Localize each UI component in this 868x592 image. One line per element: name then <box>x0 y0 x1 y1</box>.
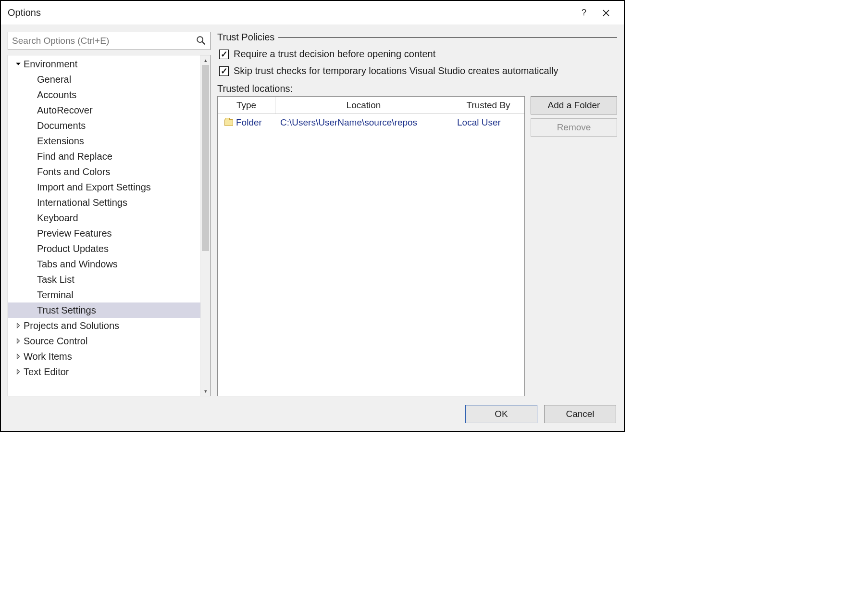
tree-node-label: Fonts and Colors <box>37 166 110 177</box>
tree-node-keyboard[interactable]: Keyboard <box>8 210 200 226</box>
search-box <box>8 32 211 50</box>
column-header-trusted-by[interactable]: Trusted By <box>452 97 524 113</box>
settings-panel: Trust Policies Require a trust decision … <box>217 32 617 396</box>
titlebar: Options ? <box>1 1 624 25</box>
dialog-footer: OK Cancel <box>1 396 624 431</box>
checkbox-require-trust[interactable] <box>219 50 229 59</box>
help-button[interactable]: ? <box>573 5 595 21</box>
tree-node-extensions[interactable]: Extensions <box>8 133 200 149</box>
tree-scroll-area[interactable]: Environment General Accounts AutoRecover… <box>8 55 200 396</box>
tree-node-label: Import and Export Settings <box>37 182 151 193</box>
cancel-button[interactable]: Cancel <box>544 405 616 423</box>
tree-node-general[interactable]: General <box>8 72 200 87</box>
tree-node-find-and-replace[interactable]: Find and Replace <box>8 149 200 164</box>
tree-node-import-and-export-settings[interactable]: Import and Export Settings <box>8 179 200 195</box>
checkbox-skip-temp[interactable] <box>219 66 229 76</box>
scroll-down-icon[interactable]: ▾ <box>204 386 207 396</box>
expand-collapse-icon[interactable] <box>13 338 24 344</box>
tree-node-label: Environment <box>24 59 77 70</box>
tree-node-label: AutoRecover <box>37 105 93 116</box>
tree-node-international-settings[interactable]: International Settings <box>8 195 200 210</box>
svg-line-1 <box>202 42 205 45</box>
tree-node-label: Projects and Solutions <box>24 320 119 331</box>
tree-node-accounts[interactable]: Accounts <box>8 87 200 102</box>
cell-trusted-by: Local User <box>452 117 524 128</box>
checkbox-row-require-trust[interactable]: Require a trust decision before opening … <box>217 46 617 63</box>
trusted-locations-grid[interactable]: Type Location Trusted By Folder C:\Users… <box>217 96 525 396</box>
tree-node-source-control[interactable]: Source Control <box>8 333 200 349</box>
tree-node-tabs-and-windows[interactable]: Tabs and Windows <box>8 256 200 272</box>
ok-button[interactable]: OK <box>465 405 537 423</box>
tree-node-label: Trust Settings <box>37 305 96 316</box>
add-folder-button[interactable]: Add a Folder <box>531 96 617 114</box>
cell-type-text: Folder <box>236 117 262 128</box>
tree-node-text-editor[interactable]: Text Editor <box>8 364 200 379</box>
remove-button[interactable]: Remove <box>531 118 617 137</box>
group-header: Trust Policies <box>217 32 617 43</box>
tree-node-label: Tabs and Windows <box>37 259 118 270</box>
search-input[interactable] <box>8 32 210 50</box>
tree-node-label: Extensions <box>37 136 84 147</box>
tree-node-label: Work Items <box>24 351 72 362</box>
scroll-track[interactable] <box>201 65 210 386</box>
cell-type: Folder <box>218 117 275 128</box>
category-tree: Environment General Accounts AutoRecover… <box>8 55 211 396</box>
tree-node-task-list[interactable]: Task List <box>8 272 200 287</box>
tree-node-label: Accounts <box>37 89 76 101</box>
trusted-locations-area: Type Location Trusted By Folder C:\Users… <box>217 96 617 396</box>
tree-node-label: Preview Features <box>37 228 112 239</box>
tree-node-label: Task List <box>37 274 74 285</box>
tree-node-terminal[interactable]: Terminal <box>8 287 200 302</box>
close-icon <box>603 10 609 16</box>
window-title: Options <box>8 7 573 18</box>
options-dialog: Options ? Environment General <box>0 0 625 432</box>
expand-collapse-icon[interactable] <box>13 61 24 67</box>
grid-header: Type Location Trusted By <box>218 97 524 114</box>
svg-point-0 <box>197 37 203 42</box>
tree-node-projects-and-solutions[interactable]: Projects and Solutions <box>8 318 200 333</box>
scroll-up-icon[interactable]: ▴ <box>204 55 207 65</box>
expand-collapse-icon[interactable] <box>13 353 24 359</box>
tree-node-label: International Settings <box>37 197 127 208</box>
trusted-locations-label: Trusted locations: <box>217 79 617 96</box>
grid-side-buttons: Add a Folder Remove <box>531 96 617 396</box>
checkbox-label: Skip trust checks for temporary location… <box>234 65 558 76</box>
tree-node-environment[interactable]: Environment <box>8 56 200 72</box>
tree-node-fonts-and-colors[interactable]: Fonts and Colors <box>8 164 200 179</box>
tree-node-label: Terminal <box>37 290 74 301</box>
expand-collapse-icon[interactable] <box>13 369 24 375</box>
scroll-thumb[interactable] <box>202 65 209 251</box>
tree-node-label: Source Control <box>24 336 87 347</box>
group-divider <box>278 37 617 38</box>
search-icon[interactable] <box>196 35 206 46</box>
checkbox-label: Require a trust decision before opening … <box>234 49 435 60</box>
cell-location: C:\Users\UserName\source\repos <box>275 117 452 128</box>
tree-node-label: Product Updates <box>37 243 109 254</box>
left-column: Environment General Accounts AutoRecover… <box>8 32 211 396</box>
tree-node-autorecover[interactable]: AutoRecover <box>8 102 200 118</box>
tree-node-label: Keyboard <box>37 213 78 224</box>
tree-node-label: Text Editor <box>24 366 69 378</box>
close-button[interactable] <box>595 5 617 21</box>
tree-node-product-updates[interactable]: Product Updates <box>8 241 200 256</box>
tree-node-documents[interactable]: Documents <box>8 118 200 133</box>
checkbox-row-skip-temp[interactable]: Skip trust checks for temporary location… <box>217 63 617 79</box>
tree-node-label: General <box>37 74 71 85</box>
column-header-type[interactable]: Type <box>218 97 275 113</box>
tree-node-label: Find and Replace <box>37 151 112 162</box>
tree-node-preview-features[interactable]: Preview Features <box>8 226 200 241</box>
tree-scrollbar[interactable]: ▴ ▾ <box>200 55 210 396</box>
expand-collapse-icon[interactable] <box>13 323 24 328</box>
folder-icon <box>224 119 233 126</box>
tree-node-trust-settings[interactable]: Trust Settings <box>8 302 200 318</box>
tree-node-work-items[interactable]: Work Items <box>8 349 200 364</box>
grid-row[interactable]: Folder C:\Users\UserName\source\repos Lo… <box>218 114 524 131</box>
group-title-label: Trust Policies <box>217 32 274 43</box>
tree-node-label: Documents <box>37 120 86 131</box>
dialog-body: Environment General Accounts AutoRecover… <box>1 25 624 396</box>
column-header-location[interactable]: Location <box>275 97 452 113</box>
